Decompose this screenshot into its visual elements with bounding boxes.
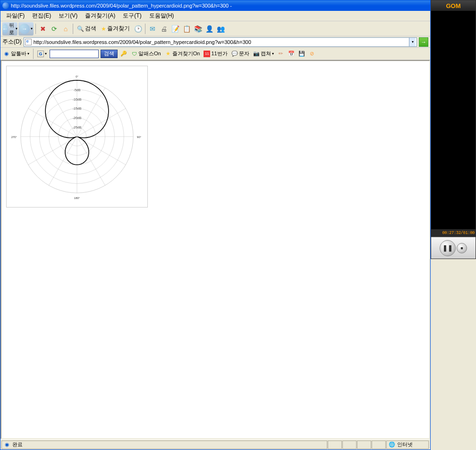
svg-text:-10dB: -10dB: [73, 98, 82, 101]
back-dropdown-icon[interactable]: ▾: [16, 26, 17, 31]
altools-button[interactable]: ◉ 알툴바 ▾: [2, 50, 30, 58]
titlebar[interactable]: http://soundslive.files.wordpress.com/20…: [0, 0, 430, 11]
mail-button[interactable]: ✉: [147, 24, 158, 34]
tool-block-button[interactable]: ⊘: [308, 50, 316, 58]
gom-video-area[interactable]: [431, 11, 476, 229]
svg-text:-5dB: -5dB: [74, 88, 81, 92]
history-button[interactable]: 🕑: [133, 24, 143, 34]
status-panel-5: [372, 441, 386, 449]
star-icon: ★: [101, 26, 106, 32]
gom-pause-button[interactable]: ❚❚: [440, 240, 456, 256]
block-icon: ⊘: [309, 51, 315, 57]
gom-controls: ❚❚ ■: [431, 237, 476, 259]
chat-icon: 💬: [231, 51, 238, 57]
back-label: 뒤로: [9, 22, 15, 36]
separator: [35, 24, 36, 34]
tool-calendar-button[interactable]: 📅: [287, 50, 296, 58]
alpass-button[interactable]: 🛡 알패스On: [130, 50, 162, 58]
menu-tools[interactable]: 도구(T): [119, 11, 145, 21]
google-icon: G: [37, 51, 44, 57]
gom-titlebar[interactable]: GOM: [431, 0, 476, 11]
ie-icon: [2, 2, 9, 9]
address-dropdown-icon[interactable]: ▾: [409, 38, 416, 46]
search-input[interactable]: [50, 50, 99, 58]
gom-logo: GOM: [446, 2, 460, 9]
brush-icon: ✏: [278, 51, 284, 57]
titlebar-text: http://soundslive.files.wordpress.com/20…: [11, 3, 428, 9]
gom-player-window[interactable]: GOM 00:27:32/01:00 ❚❚ ■: [431, 0, 476, 259]
altoolbar: ◉ 알툴바 ▾ G ▾ 검색 🔑 🛡 알패스On ★ 즐겨찾기On 11 11번…: [0, 48, 430, 60]
favorites-button[interactable]: ★ 즐겨찾기: [99, 24, 132, 34]
tool-brush-button[interactable]: ✏: [277, 50, 285, 58]
calendar-icon: 📅: [288, 51, 295, 57]
discuss-button[interactable]: 📋: [181, 24, 192, 34]
gom-stop-button[interactable]: ■: [457, 243, 467, 253]
eleven-icon: 11: [204, 51, 210, 57]
munja-button[interactable]: 💬 문자: [230, 50, 250, 58]
status-main: ◉ 완료: [1, 441, 327, 449]
content-area[interactable]: 0° 90° 180° 270° -5dB -10dB -15dB -20dB …: [0, 60, 430, 439]
svg-text:-20dB: -20dB: [73, 116, 82, 120]
stop-button[interactable]: ✖: [38, 24, 48, 34]
status-panel-3: [342, 441, 357, 449]
altools-icon: ◉: [3, 51, 10, 57]
menu-favorites[interactable]: 즐겨찾기(A): [81, 11, 119, 21]
separator: [33, 49, 34, 59]
address-label: 주소(D): [2, 38, 22, 46]
menu-edit[interactable]: 편집(E): [28, 11, 55, 21]
menu-help[interactable]: 도움말(H): [145, 11, 178, 21]
capture-button[interactable]: 📷 캡쳐 ▾: [252, 50, 275, 58]
camera-icon: 📷: [253, 51, 260, 57]
address-input[interactable]: http://soundslive.files.wordpress.com/20…: [24, 37, 417, 47]
research-button[interactable]: 📚: [193, 24, 203, 34]
google-button[interactable]: G ▾: [36, 50, 48, 58]
separator: [145, 24, 145, 34]
edit-button[interactable]: 📝: [170, 24, 180, 34]
back-button[interactable]: ← 뒤로 ▾: [2, 22, 17, 35]
search-submit-button[interactable]: 검색: [101, 50, 118, 58]
svg-text:-15dB: -15dB: [73, 107, 82, 110]
star-icon: ★: [165, 51, 171, 57]
go-button[interactable]: →: [419, 37, 428, 47]
people-button[interactable]: 👥: [215, 24, 226, 34]
address-bar: 주소(D) http://soundslive.files.wordpress.…: [0, 36, 430, 48]
disk-icon: 💾: [298, 51, 305, 57]
svg-text:0°: 0°: [76, 75, 78, 78]
menu-view[interactable]: 보기(V): [55, 11, 81, 21]
statusbar: ◉ 완료 🌐 인터넷: [0, 439, 430, 450]
messenger-button[interactable]: 👤: [204, 24, 214, 34]
refresh-button[interactable]: ⟳: [49, 24, 60, 34]
separator: [73, 24, 73, 34]
key-button[interactable]: 🔑: [119, 50, 128, 58]
polar-chart-svg: 0° 90° 180° 270° -5dB -10dB -15dB -20dB …: [10, 70, 144, 203]
svg-text:270°: 270°: [11, 136, 17, 138]
navigation-toolbar: ← 뒤로 ▾ → ▾ ✖ ⟳ ⌂ 🔍 검색 ★ 즐겨찾기 🕑 ✉ 🖨 📝 📋 📚…: [0, 21, 430, 36]
print-button[interactable]: 🖨: [159, 24, 169, 34]
search-icon: 🔍: [77, 26, 84, 32]
status-panel-4: [357, 441, 371, 449]
svg-text:180°: 180°: [74, 197, 80, 199]
done-icon: ◉: [4, 441, 10, 448]
svg-text:-25dB: -25dB: [73, 126, 82, 129]
status-text: 완료: [12, 441, 23, 448]
fwd-dropdown-icon[interactable]: ▾: [31, 26, 33, 31]
menubar: 파일(F) 편집(E) 보기(V) 즐겨찾기(A) 도구(T) 도움말(H): [0, 11, 430, 21]
shield-icon: 🛡: [131, 51, 137, 57]
address-text: http://soundslive.files.wordpress.com/20…: [34, 39, 409, 45]
status-panel-2: [328, 441, 342, 449]
gom-time-display: 00:27:32/01:00: [431, 229, 476, 237]
page-icon: [25, 39, 32, 45]
menu-file[interactable]: 파일(F): [2, 11, 28, 21]
search-button[interactable]: 🔍 검색: [75, 24, 98, 34]
forward-button[interactable]: → ▾: [18, 22, 34, 35]
search-label: 검색: [85, 25, 96, 33]
status-zone: 🌐 인터넷: [386, 441, 429, 449]
eleven-button[interactable]: 11 11번가: [203, 50, 228, 58]
favorites-on-button[interactable]: ★ 즐겨찾기On: [164, 50, 201, 58]
globe-icon: 🌐: [389, 441, 395, 448]
svg-text:90°: 90°: [137, 136, 142, 138]
home-button[interactable]: ⌂: [60, 24, 71, 34]
polar-pattern-image: 0° 90° 180° 270° -5dB -10dB -15dB -20dB …: [6, 66, 148, 208]
ie-browser-window: http://soundslive.files.wordpress.com/20…: [0, 0, 431, 450]
tool-save-button[interactable]: 💾: [298, 50, 306, 58]
